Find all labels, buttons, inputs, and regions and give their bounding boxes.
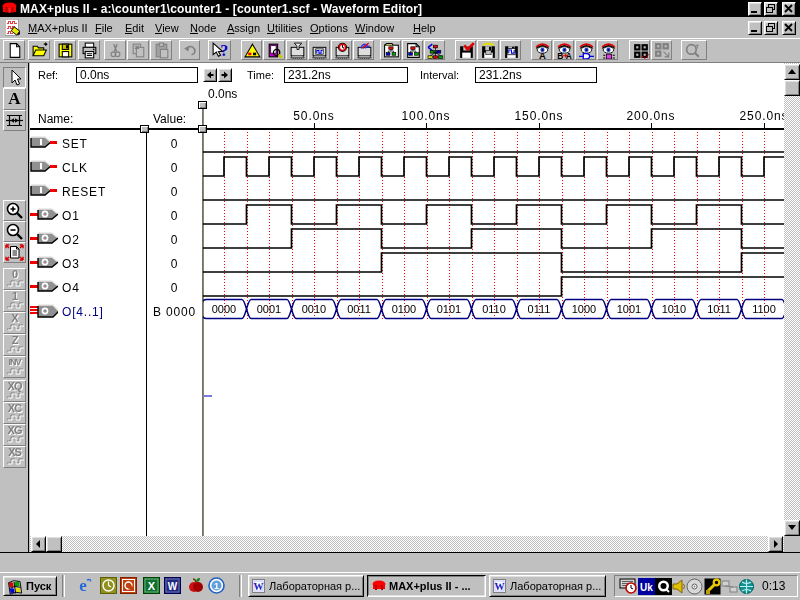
svg-text:W: W [495, 581, 505, 592]
svg-text:0101: 0101 [437, 303, 461, 315]
svg-text:?: ? [220, 42, 228, 59]
svg-text:A: A [539, 50, 546, 59]
svg-text:1001: 1001 [617, 303, 641, 315]
svg-text:0000: 0000 [212, 303, 236, 315]
svg-text:0111: 0111 [528, 303, 551, 315]
svg-text:W: W [168, 581, 178, 592]
svg-text:0001: 0001 [257, 303, 281, 315]
svg-text:e: e [79, 577, 87, 594]
svg-text:1: 1 [214, 581, 219, 591]
svg-text:1010: 1010 [662, 303, 686, 315]
svg-text:X: X [148, 580, 156, 592]
svg-text:W: W [254, 581, 264, 592]
svg-text:1000: 1000 [572, 303, 596, 315]
svg-text:A: A [566, 51, 572, 59]
svg-text:1011: 1011 [707, 303, 731, 315]
svg-text:0010: 0010 [302, 303, 326, 315]
svg-text:1100: 1100 [752, 303, 776, 315]
svg-text:0100: 0100 [392, 303, 416, 315]
svg-text:0110: 0110 [482, 303, 506, 315]
svg-text:0011: 0011 [347, 303, 371, 315]
svg-text:B: B [557, 51, 563, 59]
